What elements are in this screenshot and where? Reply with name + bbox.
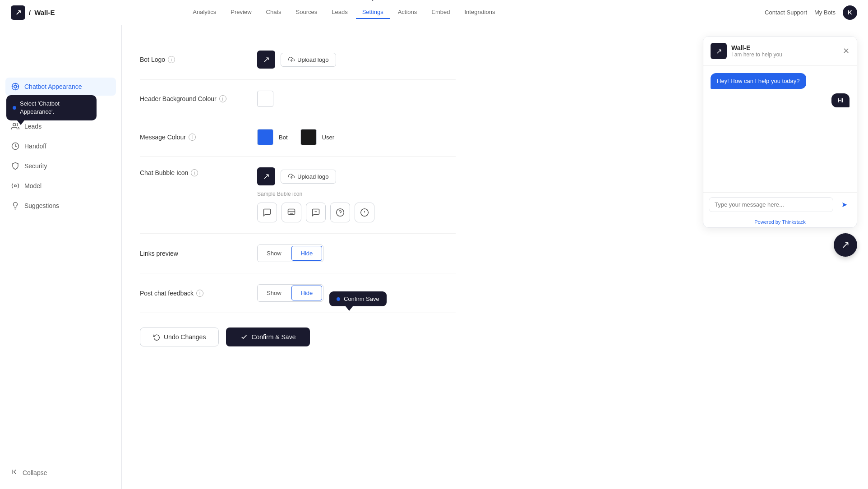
security-icon [11,161,20,171]
links-preview-label: Links preview [140,250,257,257]
chat-widget: ↗ Wall-E I am here to help you ✕ Hey! Ho… [703,36,857,228]
bot-logo-preview: ↗ [257,51,275,69]
links-preview-control: Show Hide [257,244,323,262]
setting-bot-logo: Bot Logo i ↗ Upload logo [140,40,456,80]
footer-actions: Confirm Save Undo Changes Confirm & Save [140,313,456,346]
bubble-icon-1[interactable] [257,203,277,222]
links-show-btn[interactable]: Show [258,245,291,262]
tab-settings[interactable]: Settings [356,6,390,19]
sidebar: Select 'Chatbot Appearance'. Chatbot App… [0,25,122,489]
post-chat-toggle: Show Hide [257,284,323,302]
bot-logo-char: ↗ [263,55,270,65]
confirm-tooltip-label: Confirm Save [344,295,379,302]
upload-bubble-button[interactable]: Upload logo [281,170,336,184]
tab-preview[interactable]: Preview [224,6,258,19]
chat-fab-button[interactable]: ↗ [834,233,857,257]
sidebar-item-label: Chatbot Appearance [24,83,82,90]
bot-logo-label: Bot Logo i [140,56,257,63]
message-colour-info-icon[interactable]: i [189,134,196,141]
sidebar-item-suggestions[interactable]: Suggestions [5,197,116,215]
brand-name: Wall-E [34,9,55,16]
setting-chat-bubble: Chat Bubble Icon i ↗ Upload logo Sample … [140,157,456,234]
chat-bot-name: Wall-E [731,44,838,51]
setting-header-bg: Header Background Colour i [140,80,456,118]
brand-separator: / [29,9,31,16]
tab-leads[interactable]: Leads [325,6,354,19]
chat-header-logo-char: ↗ [716,47,722,55]
confirm-save-tooltip: Confirm Save [329,291,387,311]
topbar: ↗ / Wall-E Go to 'Settings' Analytics Pr… [0,0,868,25]
nav-tabs: Go to 'Settings' Analytics Preview Chats… [186,6,501,19]
tab-sources[interactable]: Sources [290,6,324,19]
sidebar-tooltip-dot [13,106,16,110]
collapse-icon [11,468,19,477]
chat-powered: Powered by Thinkstack [703,217,857,227]
sidebar-appearance-tooltip: Select 'Chatbot Appearance'. [6,95,97,125]
bubble-upload: ↗ Upload logo [257,167,374,185]
tab-chats[interactable]: Chats [260,6,288,19]
post-chat-show-btn[interactable]: Show [258,285,291,301]
chat-input-area: ➤ [703,192,857,217]
collapse-label: Collapse [23,469,47,476]
post-chat-info-icon[interactable]: i [196,290,203,297]
sidebar-item-security[interactable]: Security [5,157,116,175]
chat-header-info: Wall-E I am here to help you [731,44,838,58]
svg-point-19 [337,209,344,217]
bubble-icon-3[interactable] [306,203,326,222]
bubble-logo-char: ↗ [263,171,270,181]
post-chat-hide-btn[interactable]: Hide [291,286,323,300]
user-color-swatch[interactable] [300,129,317,145]
sidebar-tooltip-label: Select 'Chatbot Appearance'. [20,100,90,116]
tab-embed[interactable]: Embed [425,6,456,19]
post-chat-label: Post chat feedback i [140,290,257,297]
upload-bubble-label: Upload logo [297,173,328,180]
sidebar-tooltip-arrow [17,120,24,125]
header-bg-control [257,91,273,107]
main-content: Bot Logo i ↗ Upload logo Header Backgrou… [122,25,692,489]
sidebar-item-label: Security [24,162,47,170]
bubble-icon-4[interactable] [330,203,350,222]
bubble-icon-5[interactable] [355,203,374,222]
chat-input[interactable] [709,197,833,212]
upload-logo-button[interactable]: Upload logo [281,53,336,67]
bubble-logo-preview: ↗ [257,167,275,185]
save-label: Confirm & Save [251,333,295,341]
my-bots-link[interactable]: My Bots [814,9,836,16]
sidebar-item-handoff[interactable]: Handoff [5,137,116,155]
model-icon [11,181,20,190]
sidebar-item-label: Model [24,182,42,189]
sidebar-item-chatbot-appearance[interactable]: Chatbot Appearance [5,78,116,96]
sidebar-item-label: Handoff [24,143,46,150]
tab-analytics[interactable]: Analytics [186,6,222,19]
header-bg-color-swatch[interactable] [257,91,273,107]
header-bg-info-icon[interactable]: i [219,95,226,102]
sidebar-collapse[interactable]: Collapse [5,463,116,482]
avatar[interactable]: K [843,5,857,20]
contact-support-link[interactable]: Contact Support [765,9,807,16]
tab-integrations[interactable]: Integrations [458,6,501,19]
chat-powered-brand: Thinkstack [782,219,806,225]
suggestions-icon [11,201,20,210]
chat-send-button[interactable]: ➤ [837,198,851,212]
bubble-sample-label: Sample Buble icon [257,191,374,197]
brand-logo: ↗ [11,5,25,20]
bot-logo-info-icon[interactable]: i [168,56,175,63]
confirm-tooltip-arrow [346,306,353,311]
confirm-save-button[interactable]: Confirm & Save [226,328,310,346]
bubble-icon-2[interactable] [282,203,301,222]
undo-changes-button[interactable]: Undo Changes [140,328,219,346]
links-hide-btn[interactable]: Hide [291,246,323,261]
chat-close-button[interactable]: ✕ [843,46,850,56]
message-colour-label: Message Colour i [140,134,257,141]
undo-label: Undo Changes [164,333,206,341]
brand-logo-icon: ↗ [15,8,21,17]
topbar-right: Contact Support My Bots K [765,5,857,20]
chat-bubble-info-icon[interactable]: i [191,169,198,176]
bubble-icons [257,203,374,222]
tab-actions[interactable]: Actions [392,6,424,19]
brand: ↗ / Wall-E [11,5,55,20]
bot-color-swatch[interactable] [257,129,273,145]
setting-message-colour: Message Colour i Bot User [140,118,456,157]
chat-bubble-bot: Hey! How can I help you today? [711,73,806,89]
sidebar-item-model[interactable]: Model [5,177,116,195]
